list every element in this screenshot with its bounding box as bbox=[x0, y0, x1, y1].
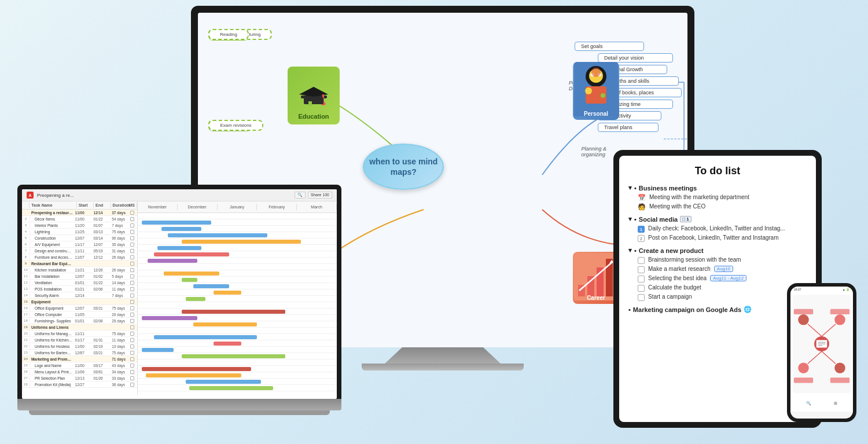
todo-meeting-ceo: 🧑 Meeting with the CEO bbox=[628, 203, 807, 211]
gantt-row: 20 Uniforms for Managers 11/11 75 days bbox=[22, 331, 137, 337]
edu-exam: Exam revisions bbox=[208, 120, 263, 131]
gantt-row: 28 Promotion Kit (Media) 12/27 36 days bbox=[22, 381, 137, 388]
todo-section-social: ▾ • Social media □ 1 1 Daily check: Face… bbox=[628, 215, 807, 242]
personal-detail: Detail your vision bbox=[598, 53, 673, 63]
check-2-icon: 2 bbox=[638, 235, 645, 242]
phone-bottom-bar[interactable]: 🔍 ⊞ bbox=[790, 395, 853, 412]
todo-budget-text: Calculate the budget bbox=[648, 284, 701, 291]
gantt-bar-row bbox=[138, 359, 337, 366]
gantt-share-btn[interactable]: Share 100 bbox=[308, 192, 332, 199]
career-image: Career bbox=[573, 252, 619, 304]
gantt-bar-row bbox=[138, 213, 337, 219]
education-image: Education bbox=[288, 67, 340, 124]
month-feb: February bbox=[257, 204, 297, 210]
svg-point-19 bbox=[585, 87, 592, 94]
gantt-bar bbox=[182, 278, 198, 282]
gantt-bar bbox=[168, 233, 267, 237]
gantt-search-btn[interactable]: 🔍 bbox=[295, 192, 306, 199]
todo-marketing-label: Marketing campaign on Google Ads bbox=[633, 306, 741, 313]
todo-selecting: Selecting the best idea Aug11 - Aug12 bbox=[628, 275, 807, 282]
phone-search-icon[interactable]: 🔍 bbox=[806, 401, 811, 406]
svg-rect-48 bbox=[794, 377, 813, 383]
gantt-row: 10 Kitchen Installation 11/21 12/26 26 d… bbox=[22, 267, 137, 273]
gantt-row: 27 PR Selection Plan 12/13 01/26 33 days bbox=[22, 375, 137, 381]
monitor-base bbox=[362, 364, 524, 370]
todo-arrow-business: ▾ bbox=[628, 184, 632, 192]
gantt-row: 3 Interior Plants 11/20 01/07 7 days bbox=[22, 222, 137, 229]
gantt-bar-row bbox=[138, 289, 337, 296]
svg-line-44 bbox=[822, 351, 836, 364]
gantt-bar bbox=[189, 386, 273, 390]
svg-point-40 bbox=[834, 362, 845, 373]
gantt-row: 23 Uniforms for Bartenders 12/87 03/21 7… bbox=[22, 350, 137, 356]
personal-set-goals: Set goals bbox=[575, 42, 644, 51]
gantt-end-header: End bbox=[94, 203, 111, 208]
svg-line-43 bbox=[822, 324, 836, 336]
tablet-screen: To do list ▾ • Business meetings 📅 Meeti… bbox=[619, 156, 816, 422]
personal-illustration bbox=[574, 62, 618, 116]
gantt-row: 25 Logo and Name 11/00 03/17 43 days bbox=[22, 362, 137, 369]
gantt-bar-row bbox=[138, 283, 337, 289]
gantt-row: Preopening a restaurant 11/00 12/14 37 d… bbox=[22, 210, 137, 216]
gantt-title: Preopening a re... bbox=[37, 193, 291, 198]
gantt-row: 7 Design and construction 11/11 05/19 31… bbox=[22, 248, 137, 254]
gantt-bar-row bbox=[138, 277, 337, 283]
gantt-bar bbox=[146, 373, 241, 377]
phone-status-bar: 16:07 ▲ 🔋 bbox=[790, 287, 853, 292]
check-market bbox=[638, 266, 645, 273]
svg-point-38 bbox=[798, 314, 809, 325]
todo-bullet-product: • bbox=[634, 247, 637, 254]
gantt-right-panel: November December January February March bbox=[138, 201, 337, 395]
gantt-row: 9 Restaurant Bar Equipment bbox=[22, 260, 137, 267]
gantt-row: 6 A/V Equipment 11/17 12/07 35 days bbox=[22, 241, 137, 248]
gantt-bar-row bbox=[138, 366, 337, 372]
gantt-bar-row bbox=[138, 309, 337, 315]
gantt-bar bbox=[193, 284, 229, 288]
phone-status-icons: ▲ 🔋 bbox=[843, 288, 849, 291]
todo-arrow-social: ▾ bbox=[628, 215, 632, 223]
gantt-bar bbox=[154, 252, 230, 256]
gantt-bar bbox=[182, 310, 285, 314]
todo-title: To do list bbox=[628, 165, 807, 177]
check-1-icon: 1 bbox=[638, 226, 645, 233]
gantt-row: 5 Construction 12/07 03/14 90 days bbox=[22, 235, 137, 241]
todo-bullet-marketing: • bbox=[628, 306, 631, 313]
todo-brainstorm: Brainstorming session with the team bbox=[628, 256, 807, 264]
google-ads-icon: 🌐 bbox=[744, 306, 752, 313]
gantt-row: 21 Uniforms for Kitchen crew 01/17 01/31… bbox=[22, 337, 137, 343]
gantt-bar-row bbox=[138, 238, 337, 245]
gantt-bar-row bbox=[138, 302, 337, 309]
todo-section-social-header: ▾ • Social media □ 1 bbox=[628, 215, 807, 223]
todo-business-label: Business meetings bbox=[639, 185, 697, 192]
todo-meeting-marketing-text: Meeting with the marketing department bbox=[649, 194, 749, 200]
gantt-row: 17 Office Computer 11/05 20 days bbox=[22, 311, 137, 318]
gantt-dur-header: Duration bbox=[111, 203, 127, 208]
planning-organizing-label: Planning &organizing bbox=[581, 146, 606, 157]
gantt-bar-row bbox=[138, 328, 337, 334]
gantt-bar-row bbox=[138, 372, 337, 379]
social-badge: □ 1 bbox=[680, 216, 692, 222]
gantt-bar-row bbox=[138, 251, 337, 258]
gantt-app-icon: A bbox=[27, 192, 34, 199]
svg-point-17 bbox=[591, 68, 601, 77]
gantt-bar-row bbox=[138, 353, 337, 359]
phone-grid-icon[interactable]: ⊞ bbox=[834, 401, 837, 406]
month-mar: March bbox=[297, 204, 337, 210]
gantt-bar bbox=[142, 367, 251, 371]
todo-product-label: Create a new product bbox=[639, 247, 704, 254]
gantt-bar bbox=[157, 246, 201, 250]
svg-point-20 bbox=[601, 93, 605, 98]
graduation-cap-icon bbox=[298, 84, 330, 113]
todo-section-business-header: ▾ • Business meetings bbox=[628, 184, 807, 192]
todo-section-business: ▾ • Business meetings 📅 Meeting with the… bbox=[628, 184, 807, 211]
gantt-header: A Preopening a re... 🔍 Share 100 bbox=[22, 189, 337, 201]
todo-selecting-text: Selecting the best idea bbox=[648, 275, 707, 281]
gantt-bar-row bbox=[138, 347, 337, 353]
phone-mindmap-svg bbox=[793, 295, 851, 393]
laptop-base bbox=[17, 399, 341, 410]
gantt-start-header: Start bbox=[77, 203, 94, 208]
gantt-bar bbox=[161, 227, 201, 231]
todo-market-text: Make a market research bbox=[648, 266, 711, 272]
month-jan: January bbox=[218, 204, 258, 210]
todo-social-label: Social media bbox=[639, 216, 678, 223]
